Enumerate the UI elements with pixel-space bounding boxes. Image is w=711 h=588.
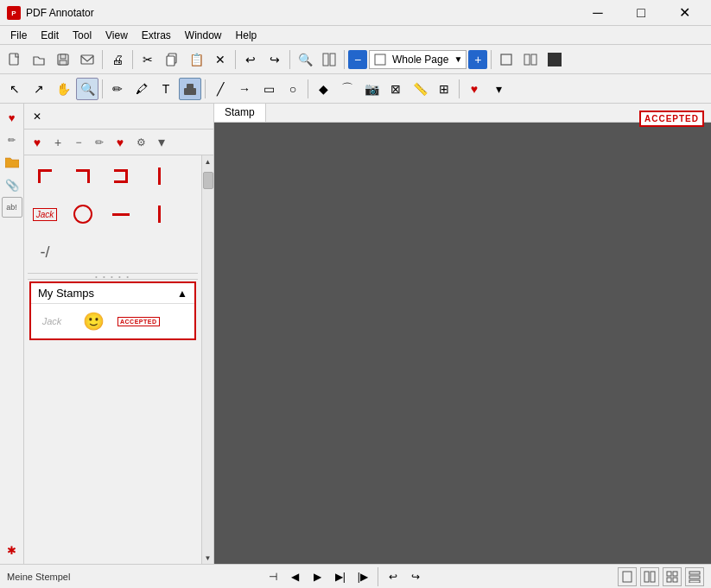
zoom-dropdown-arrow[interactable]: ▼	[454, 54, 462, 64]
play-btn[interactable]: ▶	[308, 567, 327, 586]
zoom-selector[interactable]: Whole Page ▼	[369, 50, 467, 69]
zoom-minus-button[interactable]: −	[348, 50, 367, 69]
view-single-button[interactable]	[495, 48, 517, 71]
nav-back-btn[interactable]: ↩	[384, 567, 403, 586]
more-tools[interactable]: ⊞	[433, 78, 455, 100]
stamp-corner-tr[interactable]	[66, 159, 100, 193]
favorites-button[interactable]: ♥	[463, 78, 486, 100]
view-single-page-btn[interactable]	[618, 567, 637, 586]
page-first-btn[interactable]: ⊣	[263, 567, 282, 586]
delete-button[interactable]: ✕	[209, 48, 232, 71]
my-stamps-header[interactable]: My Stamps ▲	[31, 283, 194, 304]
line-tool[interactable]: ╱	[209, 78, 232, 100]
page-next-btn[interactable]: ▶|	[331, 567, 350, 586]
stamps-remove-btn[interactable]: −	[69, 133, 88, 152]
stamp-corner-bl[interactable]	[142, 159, 176, 193]
copy-button[interactable]	[161, 48, 183, 71]
paste-button[interactable]: 📋	[185, 48, 207, 71]
stamp-circle[interactable]	[66, 197, 100, 231]
stamp-corner-tl[interactable]	[28, 159, 62, 193]
menu-window[interactable]: Window	[178, 28, 229, 43]
menu-file[interactable]: File	[3, 28, 34, 43]
pages-button[interactable]	[318, 48, 340, 71]
stamp-tool[interactable]	[179, 78, 201, 100]
scroll-up-arrow[interactable]: ▲	[202, 155, 214, 168]
drag-handle[interactable]: • • • • •	[28, 273, 198, 280]
stamps-edit-btn[interactable]: ✏	[90, 133, 109, 152]
minimize-button[interactable]: ─	[578, 0, 618, 26]
menu-extras[interactable]: Extras	[135, 28, 178, 43]
stamp-corner-tr2[interactable]	[104, 159, 138, 193]
svg-rect-22	[673, 572, 677, 576]
text-tool[interactable]: T	[155, 78, 177, 100]
sidebar-folder-btn[interactable]	[2, 152, 22, 173]
view-dark-button[interactable]	[543, 48, 566, 71]
freehand-tool[interactable]: ⌒	[336, 78, 359, 100]
close-button[interactable]: ✕	[664, 0, 704, 26]
my-stamp-smiley[interactable]: 🙂	[76, 307, 111, 335]
stamp-vert[interactable]	[142, 197, 176, 231]
stamps-heart-btn[interactable]: ♥	[111, 133, 130, 152]
open-button[interactable]	[28, 48, 50, 71]
accepted-badge: ACCEPTED	[639, 111, 704, 127]
sidebar-clip-btn[interactable]: 📎	[2, 174, 22, 195]
rect-tool[interactable]: ▭	[257, 78, 280, 100]
fill-tool[interactable]: ◆	[312, 78, 334, 100]
crop-tool[interactable]: ⊠	[384, 78, 407, 100]
search-button[interactable]: 🔍	[294, 48, 316, 71]
sidebar-ab-btn[interactable]: ab!	[2, 197, 22, 218]
pdf-tab-stamp[interactable]: Stamp	[214, 104, 266, 122]
view-scroll-btn[interactable]	[685, 567, 704, 586]
panel-close-btn[interactable]: ✕	[28, 107, 47, 126]
my-stamps-collapse-btn[interactable]: ▲	[177, 288, 187, 300]
redo-button[interactable]: ↪	[263, 48, 286, 71]
menu-tool[interactable]: Tool	[66, 28, 98, 43]
highlight-tool[interactable]: 🖍	[130, 78, 153, 100]
zoom-tool[interactable]: 🔍	[76, 78, 98, 100]
sidebar-stamps-btn[interactable]: ♥	[2, 107, 22, 128]
undo-button[interactable]: ↩	[239, 48, 262, 71]
stamps-menu-btn[interactable]: ▾	[152, 133, 171, 152]
stamp-line[interactable]	[104, 197, 138, 231]
stamp-slash[interactable]: -/	[28, 235, 62, 269]
page-last-btn[interactable]: |▶	[353, 567, 372, 586]
ellipse-tool[interactable]: ○	[282, 78, 304, 100]
view-double-button[interactable]	[519, 48, 542, 71]
pen-tool[interactable]: ✏	[106, 78, 129, 100]
sidebar-bottom-btn[interactable]: ✱	[2, 540, 22, 560]
scroll-thumb[interactable]	[203, 172, 213, 189]
stamps-items-area: Jack	[24, 155, 201, 564]
email-button[interactable]	[76, 48, 98, 71]
measure-tool[interactable]: 📏	[409, 78, 431, 100]
sep-a1	[102, 79, 103, 98]
view-grid-btn[interactable]	[663, 567, 682, 586]
my-stamp-jack[interactable]: Jack	[35, 307, 69, 335]
view-two-page-btn[interactable]	[640, 567, 659, 586]
scroll-down-arrow[interactable]: ▼	[202, 552, 214, 564]
stamps-settings-btn[interactable]: ⚙	[131, 133, 150, 152]
save-button[interactable]	[52, 48, 74, 71]
print-button[interactable]: 🖨	[106, 48, 129, 71]
svg-rect-10	[330, 54, 335, 66]
stamp-jack[interactable]: Jack	[28, 197, 62, 231]
sidebar-add-btn[interactable]: ✏	[2, 130, 22, 150]
cut-button[interactable]: ✂	[136, 48, 159, 71]
stamps-add-btn[interactable]: +	[48, 133, 67, 152]
stamps-favorites-btn[interactable]: ♥	[28, 133, 47, 152]
select-tool[interactable]: ↖	[3, 78, 26, 100]
zoom-plus-button[interactable]: +	[468, 50, 487, 69]
menu-edit[interactable]: Edit	[34, 28, 66, 43]
maximize-button[interactable]: □	[621, 0, 661, 26]
page-prev-btn[interactable]: ◀	[286, 567, 305, 586]
nav-fwd-btn[interactable]: ↪	[406, 567, 425, 586]
menu-view[interactable]: View	[98, 28, 135, 43]
arrow-tool[interactable]: →	[233, 78, 256, 100]
my-stamp-accepted[interactable]: ACCEPTED	[117, 307, 160, 335]
more-arrow[interactable]: ▾	[487, 78, 510, 100]
panel-scrollbar: ▲ ▼	[201, 155, 213, 564]
pointer-tool[interactable]: ↗	[28, 78, 50, 100]
hand-tool[interactable]: ✋	[52, 78, 74, 100]
new-button[interactable]	[3, 48, 26, 71]
menu-help[interactable]: Help	[229, 28, 264, 43]
snapshot-tool[interactable]: 📷	[360, 78, 383, 100]
